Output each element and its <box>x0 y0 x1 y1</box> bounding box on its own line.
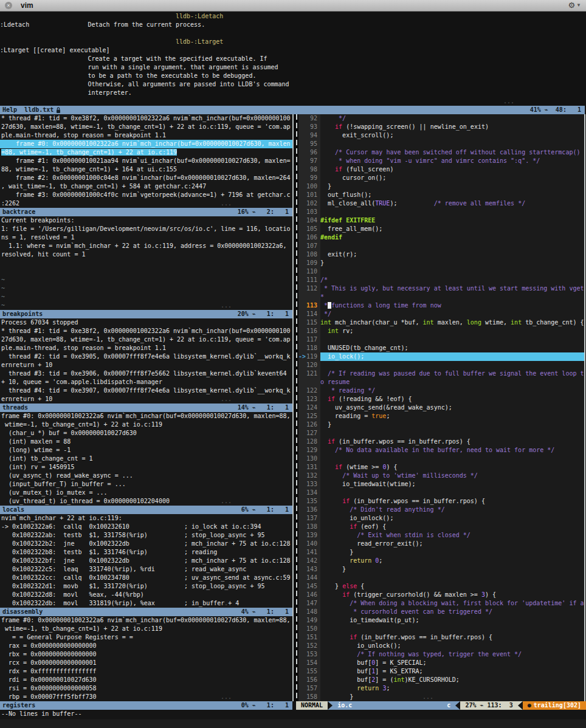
help-buffer[interactable]: lldb-:Ldetach:Ldetach Detach from the cu… <box>0 12 586 106</box>
code-line: 94 exit_scroll(); <box>298 131 584 140</box>
buffer-line: 27d630, maxlen=88, wtime=-1, tb_change_c… <box>0 335 292 344</box>
sign-column <box>298 548 306 557</box>
disassembly-pane[interactable]: nvim`mch_inchar + 22 at io.c:119:-> 0x10… <box>0 514 292 608</box>
code-line: o resume <box>298 378 584 386</box>
backtrace-statusline[interactable]: backtrace16% ⌁ 2: 1 <box>0 208 292 216</box>
line-number: 134 <box>306 489 320 497</box>
code-line: 117 <box>298 335 584 344</box>
line-number: 99 <box>306 174 320 182</box>
code-line: 136 /* Didn't read anything */ <box>298 506 584 514</box>
buffer-line: rbx = 0x0000000000000000 <box>0 650 292 659</box>
code-line: 131 if (wtime >= 0) { <box>298 463 584 472</box>
code-line: 137 io_unlock(); <box>298 514 584 523</box>
buffer-line: (int) rv = 1450915 <box>0 463 292 472</box>
sign-column <box>298 421 306 429</box>
sign-column <box>298 625 306 633</box>
buffer-line: ernreturn + 10 <box>0 361 292 369</box>
help-line: Create a target with the specified execu… <box>0 55 586 63</box>
breakpoints-pane[interactable]: Current breakpoints:1: file = '/Users/gi… <box>0 216 292 310</box>
buffer-line: wtime=-1, tb_change_cnt=1) + 22 at io.c:… <box>0 421 292 429</box>
close-icon[interactable]: × <box>5 2 12 9</box>
line-number: 110 <box>306 267 320 276</box>
buffer-line: frame #0: 0x00000001002322a6 nvim`mch_in… <box>0 412 292 421</box>
disassembly-statusline[interactable]: disassembly4% ⌁ 1: 1 <box>0 608 292 616</box>
buffer-line: rbp = 0x00007fff5fbff730 <box>0 693 292 701</box>
line-number: 144 <box>306 574 320 582</box>
buffer-line: frame #0: 0x00000001002322a6 nvim`mch_in… <box>0 616 292 625</box>
sign-column <box>298 446 306 455</box>
help-line <box>0 97 586 106</box>
backtrace-pane[interactable]: * thread #1: tid = 0xe38f2, 0x0000000100… <box>0 114 292 208</box>
locals-pane[interactable]: frame #0: 0x00000001002322a6 nvim`mch_in… <box>0 412 292 506</box>
warning-dot-icon: ● <box>528 701 531 710</box>
code-line: 95 <box>298 140 584 148</box>
help-statusline[interactable]: Help lldb.txt 41% ⌁ 48: 1 <box>0 106 585 114</box>
buffer-line: frame #2: 0x00000001000c04e8 nvim`inchar… <box>0 174 292 182</box>
code-line: 116 int rv; <box>298 327 584 335</box>
settings-gear-icon[interactable]: ⚙▼ <box>568 1 581 10</box>
line-number: 157 <box>306 684 320 693</box>
line-number: 138 <box>306 523 320 531</box>
line-number: 105 <box>306 225 320 233</box>
code-line: 92 */ <box>298 114 584 123</box>
buffer-line: wtime=-1, tb_change_cnt=1) + 22 at io.c:… <box>0 625 292 633</box>
code-line: 114 */ <box>298 310 584 318</box>
threads-statusline[interactable]: threads14% ⌁ 1: 1 <box>0 403 292 412</box>
buffer-line: rdx = 0xffffffffffffffff <box>0 667 292 676</box>
buffer-line: frame #1: 0x000000010021aa94 nvim`ui_inc… <box>0 157 292 165</box>
code-line: 111/* <box>298 276 584 284</box>
threads-pane[interactable]: Process 67034 stopped* thread #1: tid = … <box>0 318 292 403</box>
line-number: 154 <box>306 659 320 667</box>
line-number: 132 <box>306 472 320 480</box>
sign-column <box>298 233 306 242</box>
line-number: 118 <box>306 344 320 352</box>
sign-column <box>298 676 306 684</box>
sign-column <box>298 480 306 489</box>
sign-column <box>298 531 306 540</box>
command-line-message: --No lines in buffer-- <box>1 710 585 718</box>
line-number: 130 <box>306 455 320 463</box>
code-line: 129 /* No data available in the buffer, … <box>298 446 584 455</box>
code-line: 121 /* If reading was paused due to full… <box>298 369 584 378</box>
line-number: 133 <box>306 480 320 489</box>
buffer-line: ~ <box>0 301 292 310</box>
line-number: 122 <box>306 386 320 395</box>
sign-column <box>298 301 306 310</box>
sign-column <box>298 497 306 506</box>
registers-statusline[interactable]: registers0% ⌁ 1: 1 <box>0 701 292 710</box>
sign-column <box>298 514 306 523</box>
code-line: 110 <box>298 267 584 276</box>
line-number: 114 <box>306 310 320 318</box>
buffer-line: ns = 1, resolved = 1 <box>0 233 292 242</box>
sign-column <box>298 438 306 446</box>
sign-column <box>298 242 306 250</box>
registers-pane[interactable]: frame #0: 0x00000001002322a6 nvim`mch_in… <box>0 616 292 701</box>
code-line: 156 buf[2] = (int)KE_CURSORHOLD; <box>298 676 584 684</box>
breakpoints-statusline[interactable]: breakpoints20% ⌁ 1: 1 <box>0 310 292 318</box>
source-code-pane[interactable]: 92 */ 93 if (!swapping_screen() || newli… <box>298 114 584 701</box>
code-line: 115int mch_inchar(char_u *buf, int maxle… <box>298 318 584 327</box>
line-number: 151 <box>306 633 320 642</box>
help-line: run with a single argument, that argumen… <box>0 63 586 72</box>
buffer-line: ~ <box>0 293 292 301</box>
sign-column <box>298 667 306 676</box>
dropdown-caret-icon: ▼ <box>576 1 581 10</box>
sign-column <box>298 429 306 438</box>
buffer-line: resolved, hit count = 1 <box>0 250 292 259</box>
code-line: 126 } <box>298 421 584 429</box>
buffer-line: 0x1002322c5: leaq 331740(%rip), %rdi ; r… <box>0 565 292 574</box>
window-separator[interactable] <box>292 114 298 710</box>
code-line: 112 * This is ugly, but necessary at lea… <box>298 284 584 293</box>
buffer-line: + 10, queue = 'com.apple.libdispatch-man… <box>0 378 292 386</box>
code-line: 157 return 3; <box>298 684 584 693</box>
locals-statusline[interactable]: locals6% ⌁ 1: 1 <box>0 506 292 514</box>
line-number: 126 <box>306 421 320 429</box>
sign-column <box>298 318 306 327</box>
help-buffer-name: Help lldb.txt <box>2 106 53 114</box>
buffer-line: (uv_thread_t) io_thread = 0x000000010220… <box>0 497 292 506</box>
code-line: 102 ml_close_all(TRUE); /* remove all me… <box>298 199 584 208</box>
code-line: 124 uv_async_send(&read_wake_async); <box>298 403 584 412</box>
buffer-line: ~ <box>0 284 292 293</box>
powerline-separator-icon <box>518 701 523 710</box>
sign-column <box>298 259 306 267</box>
